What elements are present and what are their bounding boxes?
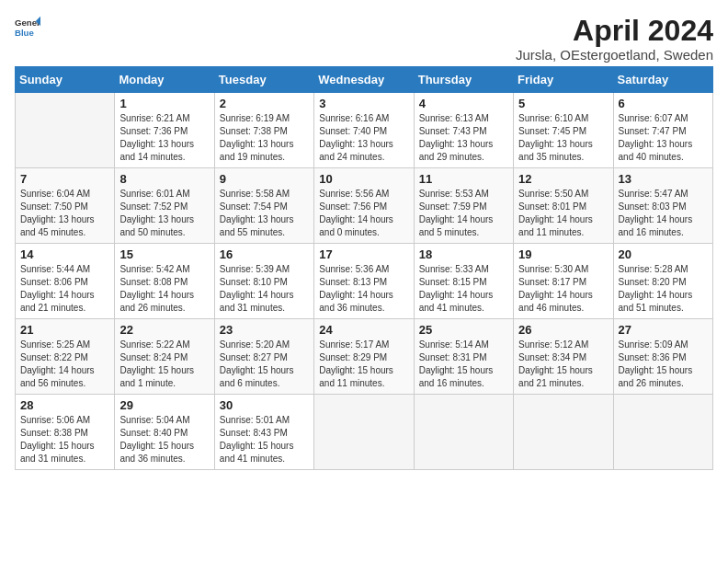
calendar-cell [314, 395, 414, 470]
weekday-header-monday: Monday [115, 67, 214, 93]
day-info: Sunrise: 5:09 AM Sunset: 8:36 PM Dayligh… [619, 339, 708, 390]
day-number: 3 [319, 97, 408, 110]
day-number: 28 [20, 398, 109, 412]
day-number: 17 [319, 247, 408, 261]
day-info: Sunrise: 5:28 AM Sunset: 8:20 PM Dayligh… [619, 263, 708, 315]
weekday-header-row: SundayMondayTuesdayWednesdayThursdayFrid… [16, 67, 713, 93]
week-row-5: 28Sunrise: 5:06 AM Sunset: 8:38 PM Dayli… [16, 395, 713, 470]
week-row-1: 1Sunrise: 6:21 AM Sunset: 7:36 PM Daylig… [16, 93, 713, 168]
day-info: Sunrise: 5:04 AM Sunset: 8:40 PM Dayligh… [119, 414, 209, 465]
day-number: 12 [518, 172, 608, 186]
calendar-cell: 30Sunrise: 5:01 AM Sunset: 8:43 PM Dayli… [214, 395, 313, 470]
calendar-cell: 10Sunrise: 5:56 AM Sunset: 7:56 PM Dayli… [314, 168, 414, 244]
calendar-cell: 6Sunrise: 6:07 AM Sunset: 7:47 PM Daylig… [613, 93, 712, 168]
page-header: General Blue April 2024 Jursla, OEstergo… [15, 15, 713, 63]
day-info: Sunrise: 5:17 AM Sunset: 8:29 PM Dayligh… [319, 339, 408, 390]
day-number: 20 [619, 247, 708, 261]
svg-text:General: General [15, 17, 40, 28]
calendar-cell: 20Sunrise: 5:28 AM Sunset: 8:20 PM Dayli… [613, 244, 712, 319]
calendar-cell: 19Sunrise: 5:30 AM Sunset: 8:17 PM Dayli… [514, 244, 613, 319]
day-info: Sunrise: 5:01 AM Sunset: 8:43 PM Dayligh… [220, 414, 309, 465]
weekday-header-wednesday: Wednesday [314, 67, 414, 93]
day-info: Sunrise: 6:07 AM Sunset: 7:47 PM Dayligh… [619, 112, 708, 164]
day-info: Sunrise: 5:06 AM Sunset: 8:38 PM Dayligh… [20, 414, 109, 465]
day-info: Sunrise: 6:10 AM Sunset: 7:45 PM Dayligh… [518, 112, 608, 164]
location-title: Jursla, OEstergoetland, Sweden [516, 47, 713, 63]
day-info: Sunrise: 5:44 AM Sunset: 8:06 PM Dayligh… [20, 263, 109, 315]
calendar-table: SundayMondayTuesdayWednesdayThursdayFrid… [15, 66, 713, 470]
day-number: 15 [119, 247, 209, 261]
calendar-cell [16, 93, 115, 168]
day-number: 26 [518, 323, 608, 337]
week-row-2: 7Sunrise: 6:04 AM Sunset: 7:50 PM Daylig… [16, 168, 713, 244]
day-number: 25 [419, 323, 508, 337]
day-number: 23 [220, 323, 309, 337]
svg-text:Blue: Blue [15, 28, 34, 38]
day-info: Sunrise: 5:25 AM Sunset: 8:22 PM Dayligh… [20, 339, 109, 390]
day-number: 30 [220, 398, 309, 412]
day-number: 6 [619, 97, 708, 110]
day-number: 8 [119, 172, 209, 186]
calendar-cell: 14Sunrise: 5:44 AM Sunset: 8:06 PM Dayli… [16, 244, 115, 319]
day-info: Sunrise: 5:14 AM Sunset: 8:31 PM Dayligh… [419, 339, 508, 390]
calendar-cell: 24Sunrise: 5:17 AM Sunset: 8:29 PM Dayli… [314, 319, 414, 395]
day-number: 24 [319, 323, 408, 337]
day-info: Sunrise: 5:56 AM Sunset: 7:56 PM Dayligh… [319, 188, 408, 239]
calendar-cell: 9Sunrise: 5:58 AM Sunset: 7:54 PM Daylig… [214, 168, 313, 244]
calendar-cell: 29Sunrise: 5:04 AM Sunset: 8:40 PM Dayli… [115, 395, 214, 470]
day-info: Sunrise: 5:20 AM Sunset: 8:27 PM Dayligh… [220, 339, 309, 390]
day-info: Sunrise: 5:53 AM Sunset: 7:59 PM Dayligh… [419, 188, 508, 239]
day-number: 7 [20, 172, 109, 186]
calendar-cell: 23Sunrise: 5:20 AM Sunset: 8:27 PM Dayli… [214, 319, 313, 395]
day-info: Sunrise: 6:13 AM Sunset: 7:43 PM Dayligh… [419, 112, 508, 164]
calendar-cell: 12Sunrise: 5:50 AM Sunset: 8:01 PM Dayli… [514, 168, 613, 244]
logo: General Blue [15, 15, 40, 40]
day-info: Sunrise: 5:47 AM Sunset: 8:03 PM Dayligh… [619, 188, 708, 239]
month-title: April 2024 [516, 15, 713, 47]
calendar-cell: 4Sunrise: 6:13 AM Sunset: 7:43 PM Daylig… [414, 93, 513, 168]
day-number: 14 [20, 247, 109, 261]
weekday-header-tuesday: Tuesday [214, 67, 313, 93]
calendar-cell: 26Sunrise: 5:12 AM Sunset: 8:34 PM Dayli… [514, 319, 613, 395]
day-number: 22 [119, 323, 209, 337]
day-number: 16 [220, 247, 309, 261]
day-number: 2 [220, 97, 309, 110]
day-info: Sunrise: 5:42 AM Sunset: 8:08 PM Dayligh… [119, 263, 209, 315]
calendar-cell: 21Sunrise: 5:25 AM Sunset: 8:22 PM Dayli… [16, 319, 115, 395]
weekday-header-sunday: Sunday [16, 67, 115, 93]
day-info: Sunrise: 5:39 AM Sunset: 8:10 PM Dayligh… [220, 263, 309, 315]
week-row-3: 14Sunrise: 5:44 AM Sunset: 8:06 PM Dayli… [16, 244, 713, 319]
calendar-cell: 17Sunrise: 5:36 AM Sunset: 8:13 PM Dayli… [314, 244, 414, 319]
day-number: 18 [419, 247, 508, 261]
calendar-cell [613, 395, 712, 470]
calendar-cell: 18Sunrise: 5:33 AM Sunset: 8:15 PM Dayli… [414, 244, 513, 319]
calendar-cell [414, 395, 513, 470]
calendar-cell: 7Sunrise: 6:04 AM Sunset: 7:50 PM Daylig… [16, 168, 115, 244]
day-info: Sunrise: 6:21 AM Sunset: 7:36 PM Dayligh… [119, 112, 209, 164]
week-row-4: 21Sunrise: 5:25 AM Sunset: 8:22 PM Dayli… [16, 319, 713, 395]
day-number: 29 [119, 398, 209, 412]
day-number: 10 [319, 172, 408, 186]
day-number: 4 [419, 97, 508, 110]
day-info: Sunrise: 5:22 AM Sunset: 8:24 PM Dayligh… [119, 339, 209, 390]
calendar-cell: 2Sunrise: 6:19 AM Sunset: 7:38 PM Daylig… [214, 93, 313, 168]
day-number: 1 [119, 97, 209, 110]
day-info: Sunrise: 6:19 AM Sunset: 7:38 PM Dayligh… [220, 112, 309, 164]
weekday-header-thursday: Thursday [414, 67, 513, 93]
calendar-cell: 27Sunrise: 5:09 AM Sunset: 8:36 PM Dayli… [613, 319, 712, 395]
calendar-cell [514, 395, 613, 470]
calendar-cell: 1Sunrise: 6:21 AM Sunset: 7:36 PM Daylig… [115, 93, 214, 168]
weekday-header-saturday: Saturday [613, 67, 712, 93]
day-number: 9 [220, 172, 309, 186]
day-number: 5 [518, 97, 608, 110]
calendar-cell: 3Sunrise: 6:16 AM Sunset: 7:40 PM Daylig… [314, 93, 414, 168]
day-info: Sunrise: 6:16 AM Sunset: 7:40 PM Dayligh… [319, 112, 408, 164]
day-info: Sunrise: 5:33 AM Sunset: 8:15 PM Dayligh… [419, 263, 508, 315]
calendar-cell: 25Sunrise: 5:14 AM Sunset: 8:31 PM Dayli… [414, 319, 513, 395]
calendar-cell: 22Sunrise: 5:22 AM Sunset: 8:24 PM Dayli… [115, 319, 214, 395]
calendar-cell: 5Sunrise: 6:10 AM Sunset: 7:45 PM Daylig… [514, 93, 613, 168]
title-area: April 2024 Jursla, OEstergoetland, Swede… [516, 15, 713, 63]
day-number: 11 [419, 172, 508, 186]
calendar-cell: 15Sunrise: 5:42 AM Sunset: 8:08 PM Dayli… [115, 244, 214, 319]
logo-icon: General Blue [15, 15, 40, 40]
